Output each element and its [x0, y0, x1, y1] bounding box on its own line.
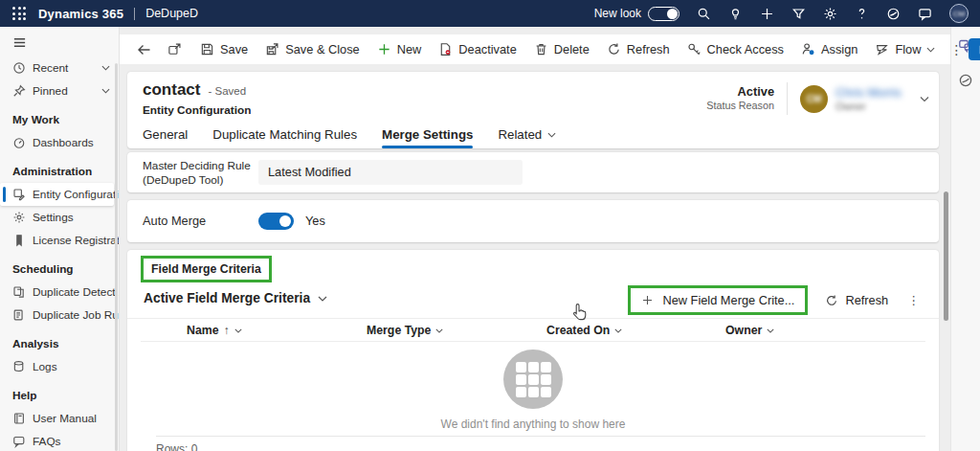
- back-arrow-icon: [137, 42, 152, 57]
- grid-footer-divider: [156, 436, 925, 437]
- column-label: Merge Type: [367, 324, 431, 337]
- new-look-switch[interactable]: [648, 7, 679, 21]
- flow-button[interactable]: Flow: [866, 37, 944, 62]
- new-field-merge-criteria-button[interactable]: New Field Merge Crite...: [628, 285, 808, 315]
- column-header-name[interactable]: Name ↑: [187, 324, 242, 337]
- auto-merge-toggle[interactable]: [258, 213, 294, 230]
- sidebar-item-dashboards[interactable]: Dashboards: [0, 131, 119, 154]
- grid-more-commands-button[interactable]: ⋮: [900, 291, 927, 309]
- main-scrollbar-thumb[interactable]: [944, 192, 948, 321]
- master-deciding-rule-section: Master Deciding Rule (DeDupeD Tool) Late…: [127, 152, 939, 192]
- chevron-down-icon: [435, 328, 443, 333]
- sidebar-item-recent[interactable]: Recent: [0, 56, 119, 79]
- owner-avatar: CM: [800, 85, 828, 113]
- new-button[interactable]: New: [368, 37, 431, 62]
- waffle-icon[interactable]: [12, 7, 26, 20]
- save-label: Save: [220, 42, 248, 56]
- master-deciding-rule-label: Master Deciding Rule (DeDupeD Tool): [143, 159, 251, 189]
- book-icon: [12, 412, 26, 425]
- popout-button[interactable]: [162, 37, 188, 62]
- user-avatar[interactable]: CM: [949, 4, 969, 23]
- sidebar-item-label: License Registration: [33, 234, 120, 247]
- entity-config-icon: [12, 188, 26, 201]
- plus-icon[interactable]: [760, 7, 774, 21]
- delete-button[interactable]: Delete: [525, 37, 598, 62]
- sidebar-item-entity-configuration[interactable]: Entity Configurati...: [0, 183, 114, 206]
- sidebar-item-label: User Manual: [33, 412, 97, 425]
- save-and-close-button[interactable]: Save & Close: [256, 37, 368, 62]
- new-look-toggle[interactable]: New look: [594, 7, 679, 21]
- column-header-merge-type[interactable]: Merge Type: [367, 324, 443, 337]
- column-header-created-on[interactable]: Created On: [546, 324, 622, 337]
- tab-label: General: [143, 127, 188, 142]
- tab-related[interactable]: Related: [498, 121, 556, 148]
- sidebar-item-faqs[interactable]: FAQs: [0, 430, 119, 451]
- column-header-owner[interactable]: Owner: [725, 324, 774, 337]
- sidebar-item-label: Logs: [33, 360, 57, 373]
- sidebar-item-duplicate-detection[interactable]: Duplicate Detecti...: [0, 281, 119, 304]
- chevron-down-icon[interactable]: [920, 96, 929, 102]
- sidebar-scrollbar[interactable]: [115, 63, 118, 451]
- product-name[interactable]: Dynamics 365: [38, 7, 123, 21]
- owner-role: Owner: [835, 101, 902, 112]
- column-label: Owner: [725, 324, 762, 337]
- field-merge-criteria-label: Field Merge Criteria: [141, 256, 272, 282]
- tab-label: Duplicate Matching Rules: [212, 127, 357, 142]
- grid-refresh-button[interactable]: Refresh: [815, 288, 898, 312]
- assign-button[interactable]: Assign: [792, 37, 866, 62]
- sidebar-item-settings[interactable]: Settings: [0, 206, 119, 229]
- refresh-icon: [607, 42, 621, 56]
- copilot-circle-icon[interactable]: [958, 73, 973, 88]
- auto-merge-section: Auto Merge Yes: [127, 200, 939, 242]
- rows-count: Rows: 0: [156, 442, 197, 451]
- sidebar-item-license-registration[interactable]: License Registration: [0, 229, 119, 252]
- master-deciding-rule-label-line1: Master Deciding Rule: [143, 159, 251, 173]
- check-access-button[interactable]: Check Access: [679, 37, 792, 62]
- refresh-label: Refresh: [627, 42, 670, 56]
- grid-divider: [127, 318, 939, 319]
- check-access-label: Check Access: [707, 42, 784, 56]
- key-icon: [687, 42, 702, 56]
- back-button[interactable]: [131, 37, 158, 62]
- search-icon[interactable]: [697, 7, 711, 21]
- sidebar-item-label: Duplicate Detecti...: [33, 285, 120, 299]
- app-name[interactable]: DeDupeD: [145, 7, 198, 20]
- view-selector-label: Active Field Merge Criteria: [144, 291, 310, 305]
- tab-general[interactable]: General: [143, 121, 188, 148]
- sitemap-collapse-icon[interactable]: [0, 27, 119, 56]
- share-button[interactable]: Share: [969, 38, 980, 60]
- help-question-icon[interactable]: [855, 7, 869, 21]
- sidebar-item-pinned[interactable]: Pinned: [0, 79, 119, 102]
- refresh-button[interactable]: Refresh: [598, 37, 679, 62]
- copilot-icon[interactable]: [886, 7, 901, 21]
- view-selector[interactable]: Active Field Merge Criteria: [144, 291, 327, 305]
- sidebar-item-logs[interactable]: Logs: [0, 355, 119, 378]
- filter-icon[interactable]: [791, 7, 806, 21]
- user-avatar-initials: CM: [953, 10, 965, 18]
- header-divider: [787, 82, 788, 115]
- sidebar-section-scheduling: Scheduling: [0, 252, 119, 281]
- save-and-close-label: Save & Close: [285, 42, 360, 56]
- chevron-down-icon: [101, 88, 110, 94]
- lightbulb-icon[interactable]: [728, 7, 743, 21]
- owner-field[interactable]: CM Chris Morris Owner: [800, 85, 902, 113]
- duplicate-detection-icon: [12, 285, 26, 299]
- master-deciding-rule-field[interactable]: Latest Modified: [258, 160, 523, 185]
- sidebar-item-user-manual[interactable]: User Manual: [0, 407, 119, 430]
- more-commands-button[interactable]: ⋮: [944, 37, 969, 62]
- deactivate-button[interactable]: Deactivate: [430, 37, 524, 62]
- settings-gear-icon[interactable]: [823, 7, 837, 21]
- sidebar-item-label: Settings: [33, 211, 74, 224]
- master-deciding-rule-label-line2: (DeDupeD Tool): [143, 173, 251, 188]
- sitemap-sidebar: Recent Pinned My Work Dashboards Adminis…: [0, 27, 120, 451]
- record-save-state: - Saved: [208, 85, 246, 97]
- flow-icon: [875, 42, 889, 56]
- tab-merge-settings[interactable]: Merge Settings: [382, 121, 473, 148]
- save-button[interactable]: Save: [191, 37, 256, 62]
- sidebar-item-duplicate-job-runs[interactable]: Duplicate Job Runs: [0, 304, 119, 327]
- save-close-icon: [265, 42, 279, 56]
- column-label: Created On: [546, 324, 610, 337]
- topbar-divider: [134, 8, 135, 20]
- feedback-chat-icon[interactable]: [918, 7, 932, 21]
- tab-duplicate-matching-rules[interactable]: Duplicate Matching Rules: [212, 121, 357, 148]
